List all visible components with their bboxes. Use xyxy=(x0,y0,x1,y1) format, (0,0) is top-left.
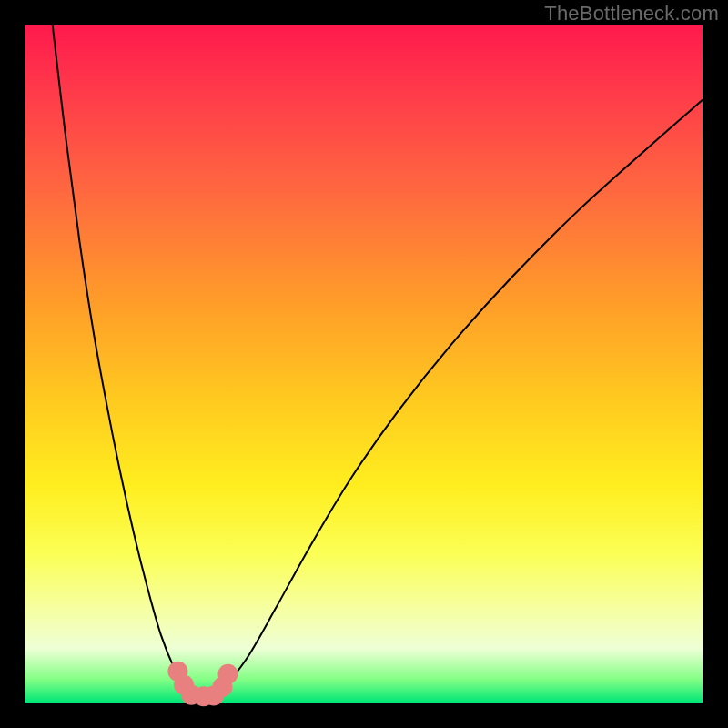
frame: TheBottleneck.com xyxy=(0,0,728,728)
plot-area xyxy=(25,25,703,703)
watermark-text: TheBottleneck.com xyxy=(544,2,719,25)
right-curve xyxy=(215,100,703,696)
marker-dot xyxy=(217,664,238,684)
chart-svg xyxy=(25,25,703,703)
left-curve xyxy=(53,25,195,696)
marker-group xyxy=(167,662,238,707)
